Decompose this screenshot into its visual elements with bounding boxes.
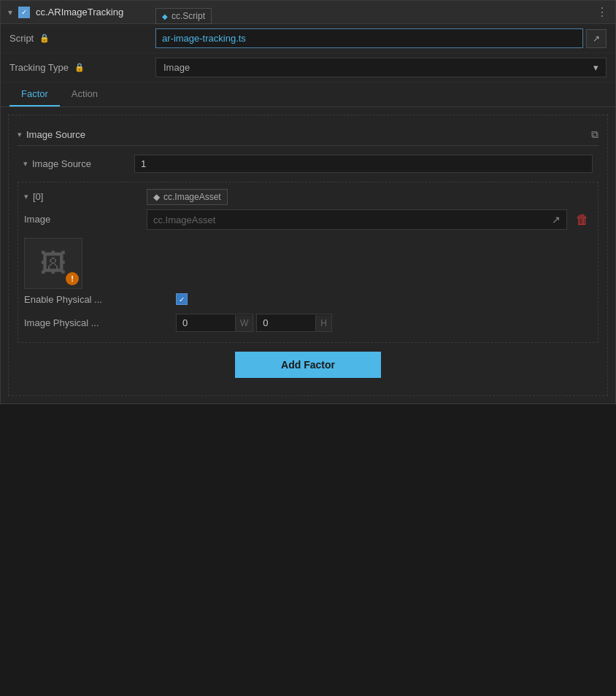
component-menu-icon[interactable]: ⋮ <box>596 5 608 19</box>
image-thumbnail: 🖼 ! <box>24 238 82 289</box>
image-physical-label: Image Physical ... <box>24 317 170 328</box>
component-enabled-checkbox[interactable] <box>18 7 30 18</box>
tab-factor[interactable]: Factor <box>9 82 60 107</box>
script-field-wrapper: ◆ cc.Script ar-image-tracking.ts <box>155 28 583 48</box>
width-input-group: W <box>176 314 253 332</box>
physical-width-input[interactable] <box>177 314 235 331</box>
size-inputs: W H <box>176 314 332 332</box>
script-input[interactable]: ar-image-tracking.ts <box>155 28 583 48</box>
image-warning-badge: ! <box>66 272 79 285</box>
collapse-chevron-icon[interactable]: ▾ <box>8 7 12 18</box>
image-asset-input[interactable]: cc.ImageAsset ↗ <box>147 209 567 230</box>
image-asset-arrow-icon[interactable]: ↗ <box>552 214 561 225</box>
tracking-type-lock-icon: 🔒 <box>74 63 85 72</box>
image-field-row: Image ◆ cc.ImageAsset cc.ImageAsset ↗ 🗑 <box>24 205 592 238</box>
image-asset-wrapper: ◆ cc.ImageAsset cc.ImageAsset ↗ <box>147 209 567 230</box>
array-item-header: ▾ [0] <box>24 188 592 205</box>
image-source-title: ▾ Image Source <box>18 129 591 140</box>
diamond-icon: ◆ <box>162 12 168 20</box>
tracking-type-label: Tracking Type 🔒 <box>9 62 155 73</box>
image-source-field-label: ▾ Image Source <box>23 158 128 169</box>
script-value: ◆ cc.Script ar-image-tracking.ts ↗ <box>155 28 607 48</box>
script-navigate-button[interactable]: ↗ <box>586 29 607 48</box>
enable-physical-row: Enable Physical ... <box>24 289 592 309</box>
tab-action[interactable]: Action <box>60 82 109 107</box>
dropdown-chevron-icon: ▾ <box>593 62 598 73</box>
physical-height-input[interactable] <box>257 314 315 331</box>
factor-content: ▾ Image Source ⧉ ▾ Image Source ▾ [0] Im… <box>8 115 608 396</box>
component-header: ▾ cc.ARImageTracking ⋮ <box>1 1 615 24</box>
image-source-field-expand-button[interactable]: ▾ <box>23 159 28 169</box>
tracking-type-dropdown[interactable]: Image ▾ <box>155 58 607 77</box>
image-source-section-header: ▾ Image Source ⧉ <box>18 124 598 146</box>
tracking-type-value: Image ▾ <box>155 58 607 77</box>
image-source-row: ▾ Image Source <box>18 152 598 176</box>
script-label: Script 🔒 <box>9 33 155 44</box>
script-row: Script 🔒 ◆ cc.Script ar-image-tracking.t… <box>1 24 615 53</box>
add-factor-button[interactable]: Add Factor <box>235 352 381 378</box>
delete-image-button[interactable]: 🗑 <box>573 209 592 231</box>
component-title: cc.ARImageTracking <box>36 7 590 18</box>
image-asset-placeholder: cc.ImageAsset <box>153 214 546 225</box>
enable-physical-label: Enable Physical ... <box>24 294 170 305</box>
image-source-expand-button[interactable]: ▾ <box>18 130 22 139</box>
image-field-label: Image <box>24 209 141 225</box>
nested-array-section: ▾ [0] Image ◆ cc.ImageAsset cc.ImageAsse… <box>18 182 598 343</box>
script-tooltip: ◆ cc.Script <box>155 8 212 24</box>
image-asset-tooltip: ◆ cc.ImageAsset <box>147 189 228 205</box>
image-placeholder-icon: 🖼 <box>40 248 66 279</box>
enable-physical-checkbox[interactable] <box>176 293 188 305</box>
image-physical-size-row: Image Physical ... W H <box>24 309 592 336</box>
script-lock-icon: 🔒 <box>39 34 50 43</box>
component-panel: ▾ cc.ARImageTracking ⋮ Script 🔒 ◆ cc.Scr… <box>0 0 616 404</box>
asset-diamond-icon: ◆ <box>153 192 160 202</box>
array-item-expand-button[interactable]: ▾ <box>24 192 28 201</box>
tabs-container: Factor Action <box>1 82 615 107</box>
height-suffix: H <box>315 315 331 331</box>
image-source-external-link-button[interactable]: ⧉ <box>591 128 598 141</box>
tracking-type-row: Tracking Type 🔒 Image ▾ <box>1 53 615 82</box>
image-source-count-input[interactable] <box>134 155 593 173</box>
width-suffix: W <box>235 315 253 331</box>
height-input-group: H <box>256 314 332 332</box>
